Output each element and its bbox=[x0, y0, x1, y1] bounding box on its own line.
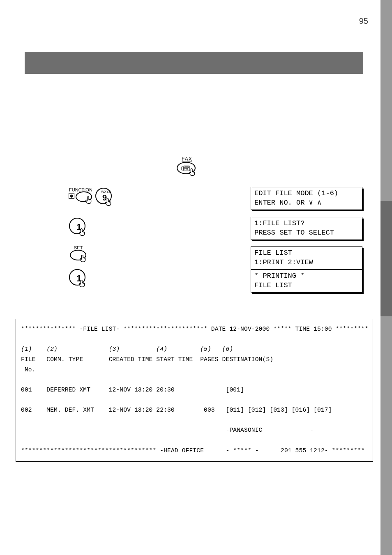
lcd-display-4: * PRINTING * FILE LIST bbox=[251, 269, 362, 292]
printout-row: -PANASONIC - bbox=[21, 427, 314, 433]
printout-headers: FILE COMM. TYPE CREATED TIME START TIME … bbox=[21, 356, 273, 363]
finger-icon bbox=[78, 279, 87, 288]
finger-icon bbox=[188, 168, 197, 177]
lcd-line: FILE LIST bbox=[254, 281, 292, 289]
printout-row: 002 MEM. DEF. XMT 12-NOV 13:20 22:30 003… bbox=[21, 407, 332, 413]
header-bar bbox=[25, 52, 363, 74]
finger-icon bbox=[104, 198, 113, 207]
side-tab-band bbox=[380, 201, 392, 316]
fax-label: FAX bbox=[182, 156, 192, 162]
lcd-line: ENTER NO. OR ∨ ∧ bbox=[254, 199, 321, 207]
lcd-display-2: 1:FILE LIST? PRESS SET TO SELECT bbox=[251, 217, 362, 240]
lcd-display-1: EDIT FILE MODE (1-6) ENTER NO. OR ∨ ∧ bbox=[251, 187, 362, 210]
printout-row: 001 DEFERRED XMT 12-NOV 13:20 20:30 [001… bbox=[21, 387, 244, 393]
lcd-line: 1:PRINT 2:VIEW bbox=[254, 258, 313, 266]
lcd-line: EDIT FILE MODE (1-6) bbox=[254, 189, 338, 197]
printout-footer: ************************************* -H… bbox=[21, 447, 365, 454]
lcd-line: 1:FILE LIST? bbox=[254, 219, 304, 227]
number-1-button[interactable]: 1 bbox=[69, 269, 85, 286]
lcd-line: FILE LIST bbox=[254, 249, 292, 257]
printout-sub: No. bbox=[21, 366, 36, 373]
set-button[interactable] bbox=[70, 250, 86, 260]
finger-icon bbox=[79, 254, 88, 263]
number-9-button[interactable]: WXYZ 9 bbox=[95, 188, 112, 204]
lcd-line: * PRINTING * bbox=[254, 272, 304, 280]
file-list-printout: *************** -FILE LIST- ************… bbox=[16, 319, 373, 462]
side-tab bbox=[380, 0, 392, 555]
finger-icon bbox=[78, 228, 87, 237]
fax-button[interactable] bbox=[177, 162, 196, 174]
printout-headers-italic: (1) (2) (3) (4) (5) (6) bbox=[21, 346, 233, 352]
star-icon: ✱ bbox=[69, 193, 74, 199]
lcd-line: PRESS SET TO SELECT bbox=[254, 229, 334, 237]
number-1-button[interactable]: 1 bbox=[69, 218, 85, 234]
page-number: 95 bbox=[359, 16, 368, 26]
finger-icon bbox=[85, 196, 94, 205]
printout-line: *************** -FILE LIST- ************… bbox=[21, 326, 369, 332]
lcd-display-3: FILE LIST 1:PRINT 2:VIEW bbox=[251, 246, 362, 269]
function-button[interactable] bbox=[76, 191, 92, 202]
